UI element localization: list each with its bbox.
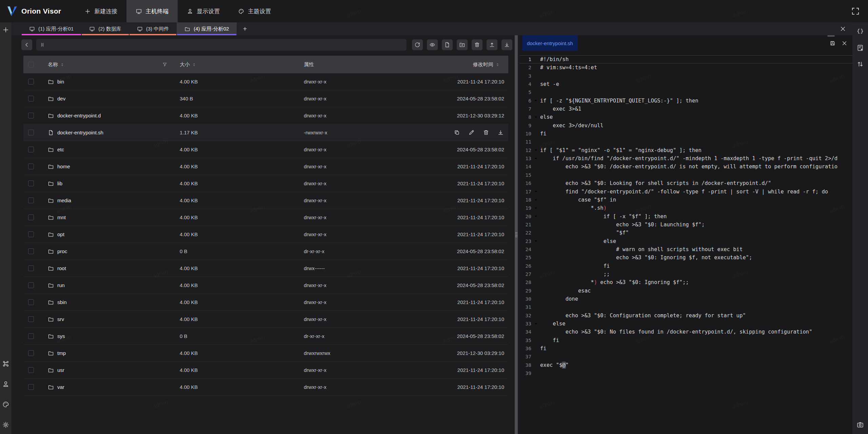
file-name[interactable]: srv <box>57 316 64 322</box>
column-header-attr[interactable]: 属性 <box>304 61 314 68</box>
file-row-sbin[interactable]: sbin4.00 KBdrwxr-xr-x2021-11-24 17:20:10 <box>23 294 508 311</box>
column-header-size[interactable]: 大小 <box>180 61 190 68</box>
fold-chevron-icon[interactable] <box>531 188 540 196</box>
file-row-home[interactable]: home4.00 KBdrwxr-xr-x2021-11-24 17:20:10 <box>23 158 508 175</box>
code-line[interactable]: 17 find "/docker-entrypoint.d/" -follow … <box>520 188 852 196</box>
code-line[interactable]: 23 else <box>520 237 852 245</box>
file-name[interactable]: sys <box>57 333 65 339</box>
row-checkbox[interactable] <box>28 96 34 101</box>
file-row-proc[interactable]: proc0 Bdr-xr-xr-x2024-05-28 23:58:02 <box>23 243 508 260</box>
file-row-root[interactable]: root4.00 KBdrwx------2021-11-24 17:20:10 <box>23 260 508 277</box>
row-checkbox[interactable] <box>28 265 34 271</box>
file-row-media[interactable]: media4.00 KBdrwxr-xr-x2021-11-24 17:20:1… <box>23 192 508 209</box>
row-checkbox[interactable] <box>28 113 34 118</box>
fullscreen-icon[interactable] <box>851 7 860 16</box>
code-line[interactable]: 27 ;; <box>520 270 852 278</box>
code-line[interactable]: 21 echo >&3 "$0: Launching $f"; <box>520 221 852 229</box>
code-line[interactable]: 8else <box>520 113 852 121</box>
fold-chevron-icon[interactable] <box>531 97 540 105</box>
stamp-icon[interactable] <box>2 380 9 388</box>
row-checkbox[interactable] <box>28 181 34 186</box>
new-file-button[interactable] <box>442 39 453 50</box>
file-name[interactable]: etc <box>57 147 64 152</box>
row-checkbox[interactable] <box>28 164 34 169</box>
code-line[interactable]: 32 echo >&3 "$0: Configuration complete;… <box>520 312 852 320</box>
terminal-tab[interactable]: (2) 数据库 <box>81 22 129 35</box>
file-row-var[interactable]: var4.00 KBdrwxr-xr-x2021-11-24 17:20:10 <box>23 379 508 396</box>
terminal-tab[interactable]: (3) 中间件 <box>129 22 177 35</box>
file-name[interactable]: lib <box>57 181 62 186</box>
code-line[interactable]: 33 else <box>520 320 852 328</box>
new-folder-button[interactable] <box>457 39 468 50</box>
editor-body[interactable]: 1#!/bin/sh2# vim:sw=4:ts=4:et3 4set -e5 … <box>520 51 852 434</box>
code-line[interactable]: 16 echo >&3 "$0: Looking for shell scrip… <box>520 179 852 187</box>
code-line[interactable]: 2# vim:sw=4:ts=4:et <box>520 63 852 72</box>
terminal-tab[interactable]: (1) 应用-分析01 <box>21 22 81 35</box>
file-row-dev[interactable]: dev340 Bdrwxr-xr-x2024-05-28 23:58:02 <box>23 90 508 107</box>
file-row-mnt[interactable]: mnt4.00 KBdrwxr-xr-x2021-11-24 17:20:10 <box>23 209 508 226</box>
code-line[interactable]: 38exec "$@" <box>520 361 852 369</box>
fold-chevron-icon[interactable] <box>531 113 540 121</box>
code-line[interactable]: 35 fi <box>520 336 852 344</box>
file-row-usr[interactable]: usr4.00 KBdrwxr-xr-x2021-11-24 17:20:10 <box>23 362 508 379</box>
row-checkbox[interactable] <box>28 248 34 254</box>
file-name[interactable]: docker-entrypoint.d <box>57 113 101 118</box>
select-all-checkbox[interactable] <box>28 62 34 68</box>
trash-button[interactable] <box>472 39 482 50</box>
file-name[interactable]: dev <box>57 96 65 101</box>
menu-item-theme-settings[interactable]: 主题设置 <box>229 0 280 22</box>
copy-icon[interactable] <box>454 129 460 136</box>
code-line[interactable]: 7 exec 3>&1 <box>520 105 852 113</box>
file-name[interactable]: run <box>57 282 65 288</box>
editor-scrollbar-thumb[interactable] <box>827 35 835 37</box>
file-row-docker-entrypoint.d[interactable]: docker-entrypoint.d4.00 KBdrwxr-xr-x2021… <box>23 107 508 124</box>
row-checkbox[interactable] <box>28 282 34 288</box>
refresh-button[interactable] <box>412 39 423 50</box>
row-checkbox[interactable] <box>28 147 34 152</box>
upload-button[interactable] <box>487 39 497 50</box>
row-checkbox[interactable] <box>28 214 34 220</box>
file-name[interactable]: root <box>57 265 66 271</box>
code-line[interactable]: 9 exec 3>/dev/null <box>520 121 852 130</box>
file-name[interactable]: bin <box>57 79 64 84</box>
column-header-mtime[interactable]: 修改时间 <box>473 61 493 68</box>
file-name[interactable]: mnt <box>57 214 66 220</box>
row-checkbox[interactable] <box>28 350 34 356</box>
row-checkbox[interactable] <box>28 333 34 339</box>
back-button[interactable] <box>21 39 32 50</box>
file-row-etc[interactable]: etc4.00 KBdrwxr-xr-x2024-05-28 23:58:02 <box>23 141 508 158</box>
code-line[interactable]: 19 *.sh) <box>520 204 852 212</box>
palette-icon[interactable] <box>2 401 9 408</box>
filter-icon[interactable] <box>162 62 167 67</box>
download-icon[interactable] <box>497 129 504 136</box>
code-line[interactable]: 12if [ "$1" = "nginx" -o "$1" = "nginx-d… <box>520 146 852 154</box>
code-line[interactable]: 10fi <box>520 130 852 138</box>
menu-item-display-settings[interactable]: 显示设置 <box>178 0 229 22</box>
row-checkbox[interactable] <box>28 384 34 390</box>
code-line[interactable]: 14 echo >&3 "$0: /docker-entrypoint.d/ i… <box>520 163 852 171</box>
fold-chevron-icon[interactable] <box>531 320 540 328</box>
save-icon[interactable] <box>829 40 836 46</box>
row-checkbox[interactable] <box>28 79 34 84</box>
edit-icon[interactable] <box>468 129 475 136</box>
command-icon[interactable] <box>2 360 9 367</box>
file-row-opt[interactable]: opt4.00 KBdrwxr-xr-x2021-11-24 17:20:10 <box>23 226 508 243</box>
fold-chevron-icon[interactable] <box>531 204 540 212</box>
code-line[interactable]: 25 echo >&3 "$0: Ignoring $f, not execut… <box>520 253 852 262</box>
code-line[interactable]: 3 <box>520 72 852 80</box>
code-line[interactable]: 34 echo >&3 "$0: No files found in /dock… <box>520 328 852 336</box>
file-name[interactable]: tmp <box>57 350 66 356</box>
eye-button[interactable] <box>427 39 438 50</box>
code-line[interactable]: 31 <box>520 303 852 311</box>
row-checkbox[interactable] <box>28 367 34 373</box>
code-line[interactable]: 37 <box>520 353 852 361</box>
new-tab-plus-icon[interactable] <box>2 26 9 34</box>
gear-icon[interactable] <box>2 421 9 429</box>
doc-bookmark-icon[interactable] <box>856 44 864 52</box>
sort-icon[interactable] <box>496 62 499 67</box>
sort-icon[interactable] <box>60 62 64 67</box>
add-tab-button[interactable]: + <box>237 22 253 35</box>
editor-file-tab[interactable]: docker-entrypoint.sh <box>522 35 578 51</box>
row-checkbox[interactable] <box>28 231 34 237</box>
swap-vertical-icon[interactable] <box>856 60 864 68</box>
